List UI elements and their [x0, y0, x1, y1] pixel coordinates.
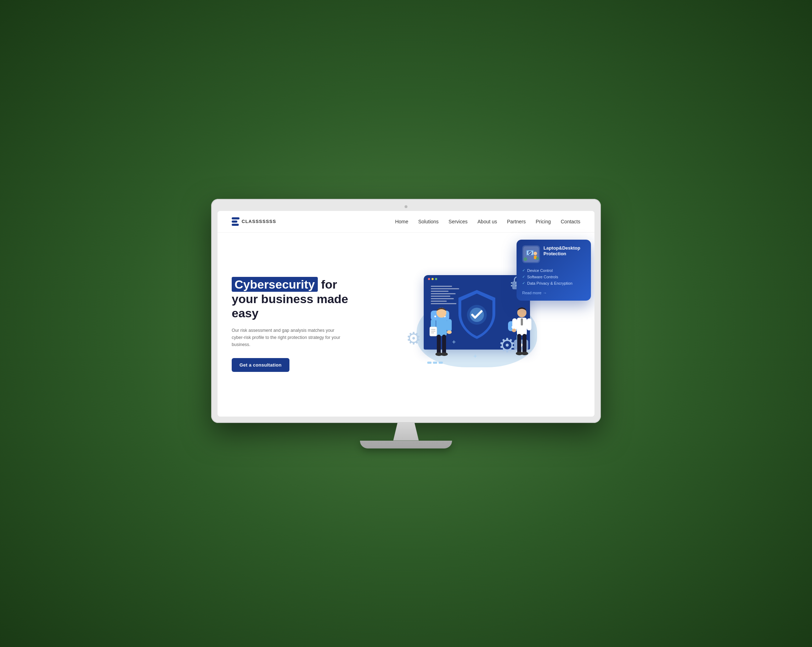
hero-illustration: 🔑 — [366, 247, 580, 403]
svg-point-33 — [534, 252, 537, 255]
logo-text: CLASSSSSSS — [242, 219, 276, 224]
svg-rect-22 — [527, 318, 531, 330]
logo: CLASSSSSSS — [232, 217, 276, 226]
nav-link-solutions[interactable]: Solutions — [418, 219, 439, 225]
nav-item-solutions[interactable]: Solutions — [418, 219, 439, 225]
svg-point-26 — [521, 352, 528, 355]
nav-item-services[interactable]: Services — [449, 219, 468, 225]
monitor-screen: CLASSSSSSS Home Solutions Services About… — [218, 211, 594, 416]
check-icon-1: ✓ — [522, 268, 525, 272]
nav-link-contacts[interactable]: Contacts — [561, 219, 580, 225]
floating-card-title: Laptop&Desktop Protection — [543, 245, 585, 257]
svg-point-36 — [536, 257, 539, 260]
svg-rect-19 — [521, 318, 523, 326]
svg-point-21 — [512, 329, 516, 332]
hero-title-highlight: Cybersecurity — [232, 277, 318, 292]
logo-bar-2 — [232, 220, 237, 223]
floating-card-icon — [522, 245, 540, 263]
floating-card-feature-2: ✓ Software Controls — [522, 274, 585, 280]
svg-rect-11 — [447, 319, 452, 332]
browser-dots — [428, 278, 437, 280]
hero-description: Our risk assessment and gap analysis mat… — [232, 327, 345, 348]
monitor-stand-base — [360, 441, 452, 448]
svg-point-12 — [447, 330, 452, 334]
nav-link-partners[interactable]: Partners — [507, 219, 526, 225]
nav-item-partners[interactable]: Partners — [507, 219, 526, 225]
floating-card-feature-3: ✓ Data Privacy & Encryption — [522, 280, 585, 286]
read-more-link[interactable]: Read more → — [522, 291, 585, 295]
nav-link-services[interactable]: Services — [449, 219, 468, 225]
website-content: CLASSSSSSS Home Solutions Services About… — [218, 211, 594, 416]
monitor-bezel-top — [218, 205, 594, 208]
floating-card: Laptop&Desktop Protection ✓ Device Contr… — [516, 240, 591, 301]
gear-left-icon: ⚙ — [406, 328, 421, 348]
hero-text-block: Cybersecurity for your business made eas… — [232, 277, 366, 372]
monitor-camera-dot — [404, 205, 408, 208]
nav-item-home[interactable]: Home — [395, 219, 408, 225]
illus-shield — [452, 286, 502, 344]
svg-rect-7 — [430, 327, 437, 336]
check-icon-2: ✓ — [522, 275, 525, 278]
nav-item-pricing[interactable]: Pricing — [536, 219, 551, 225]
monitor-stand-neck — [392, 423, 420, 441]
svg-rect-5 — [436, 318, 447, 336]
nav-links: Home Solutions Services About us Partner… — [395, 219, 580, 225]
floating-card-feature-1: ✓ Device Control — [522, 267, 585, 274]
feature-label-2: Software Controls — [527, 275, 558, 279]
navigation: CLASSSSSSS Home Solutions Services About… — [218, 211, 594, 232]
svg-rect-23 — [517, 334, 521, 353]
person-right — [510, 306, 534, 360]
monitor-wrapper: CLASSSSSSS Home Solutions Services About… — [211, 199, 601, 448]
feature-label-3: Data Privacy & Encryption — [527, 281, 572, 285]
nav-item-contacts[interactable]: Contacts — [561, 219, 580, 225]
svg-point-16 — [441, 352, 448, 356]
logo-bar-1 — [232, 217, 240, 219]
nav-link-pricing[interactable]: Pricing — [536, 219, 551, 225]
logo-bar-3 — [232, 224, 239, 226]
hero-section: Cybersecurity for your business made eas… — [218, 232, 594, 410]
nav-item-about[interactable]: About us — [478, 219, 497, 225]
cta-button[interactable]: Get a consultation — [232, 358, 290, 372]
svg-rect-20 — [512, 318, 517, 330]
svg-rect-13 — [437, 335, 441, 354]
check-icon-3: ✓ — [522, 281, 525, 285]
floating-card-header: Laptop&Desktop Protection — [522, 245, 585, 263]
monitor-body: CLASSSSSSS Home Solutions Services About… — [211, 199, 601, 423]
svg-rect-24 — [522, 334, 527, 353]
svg-point-35 — [524, 257, 527, 261]
nav-link-home[interactable]: Home — [395, 219, 408, 225]
feature-label-1: Device Control — [527, 268, 553, 272]
read-more-label: Read more — [522, 291, 541, 295]
svg-rect-14 — [442, 335, 446, 354]
plus-sign-2: + — [473, 353, 477, 360]
hero-title: Cybersecurity for your business made eas… — [232, 277, 366, 321]
nav-link-about[interactable]: About us — [478, 219, 497, 225]
floating-card-list: ✓ Device Control ✓ Software Controls ✓ D… — [522, 267, 585, 286]
arrow-icon: → — [543, 291, 546, 295]
decor-rects — [427, 362, 443, 364]
person-left — [429, 306, 454, 360]
